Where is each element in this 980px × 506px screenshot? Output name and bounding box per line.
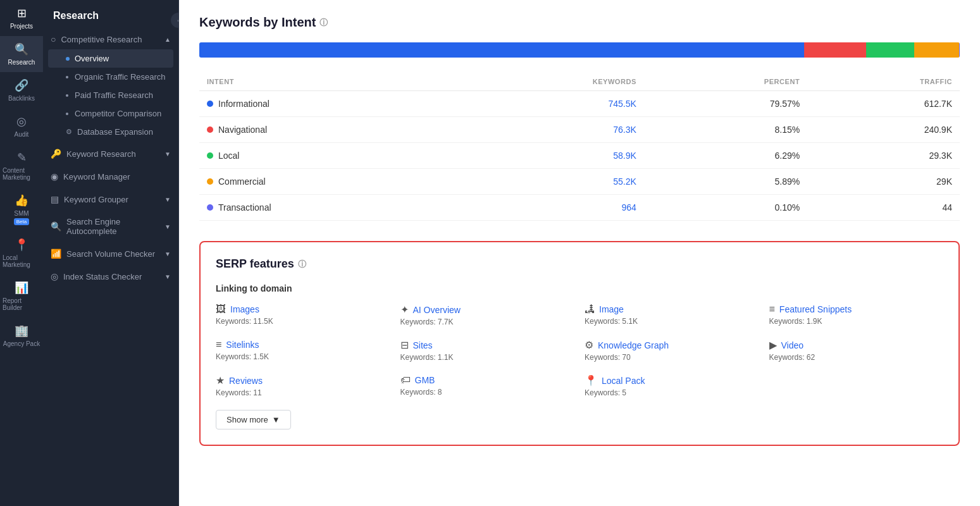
svc-chevron: ▼ [164, 250, 171, 257]
serp-item-keywords-sites: Keywords: 1.1K [400, 353, 575, 362]
backlinks-label: Backlinks [8, 95, 35, 102]
keywords-by-intent-info-icon[interactable]: ⓘ [319, 17, 328, 28]
keywords-cell: 76.3K [454, 117, 643, 143]
serp-item-name-video[interactable]: Video [781, 340, 804, 350]
serp-item-keywords-sitelinks: Keywords: 1.5K [216, 352, 390, 361]
serp-item-sitelinks: ≡ Sitelinks Keywords: 1.5K [216, 339, 390, 362]
sidebar-item-content-marketing[interactable]: ✎ Content Marketing [0, 144, 43, 187]
intent-cell: Informational [199, 91, 454, 117]
nav-item-competitor-comparison[interactable]: Competitor Comparison [43, 104, 178, 123]
sidebar-item-report-builder[interactable]: 📊 Report Builder [0, 275, 43, 318]
database-expansion-label: Database Expansion [77, 127, 153, 137]
serp-item-knowledge-graph: ⚙ Knowledge Graph Keywords: 70 [585, 339, 759, 362]
audit-icon: ◎ [16, 114, 27, 128]
intent-dot [207, 204, 213, 211]
col-intent: INTENT [199, 73, 454, 91]
show-more-label: Show more [226, 415, 268, 424]
keywords-link[interactable]: 964 [621, 202, 636, 213]
sidebar-item-local-marketing[interactable]: 📍 Local Marketing [0, 231, 43, 275]
serp-item-name-sites[interactable]: Sites [413, 340, 433, 350]
research-label: Research [8, 59, 35, 66]
keywords-cell: 55.2K [454, 169, 643, 195]
sidebar-item-agency-pack[interactable]: 🏢 Agency Pack [0, 318, 43, 354]
sitelinks-icon: ≡ [216, 339, 221, 350]
images-icon: 🖼 [216, 304, 226, 315]
nav-item-organic-traffic[interactable]: Organic Traffic Research [43, 68, 178, 86]
sidebar-item-smm[interactable]: 👍 SMM Beta [0, 187, 43, 231]
serp-item-name-gmb[interactable]: GMB [415, 375, 435, 385]
nav-item-database-expansion[interactable]: ⚙ Database Expansion [43, 123, 178, 141]
serp-item-header-image: 🏞 Image [585, 304, 759, 315]
serp-item-header-sites: ⊟ Sites [400, 339, 575, 351]
nav-group-keyword-grouper-header[interactable]: ▤ Keyword Grouper ▼ [43, 189, 178, 209]
serp-item-keywords-image: Keywords: 5.1K [585, 317, 759, 326]
research-icon: 🔍 [15, 42, 28, 56]
serp-features-grid: 🖼 Images Keywords: 11.5K ✦ AI Overview K… [216, 304, 943, 397]
serp-item-name-ai-overview[interactable]: AI Overview [413, 305, 461, 315]
nav-group-isc-header[interactable]: ◎ Index Status Checker ▼ [43, 266, 178, 287]
serp-item-header-featured-snippets: ≡ Featured Snippets [769, 304, 944, 315]
intent-name: Navigational [218, 125, 267, 135]
serp-features-info-icon[interactable]: ⓘ [298, 259, 306, 270]
serp-item-name-featured-snippets[interactable]: Featured Snippets [779, 304, 852, 314]
report-builder-icon: 📊 [15, 281, 28, 295]
serp-item-keywords-featured-snippets: Keywords: 1.9K [769, 317, 944, 326]
intent-cell: Commercial [199, 169, 454, 195]
sidebar-item-projects[interactable]: ⊞ Projects [0, 0, 43, 36]
intent-dot [207, 101, 213, 107]
database-icon: ⚙ [66, 128, 72, 136]
intent-dot [207, 178, 213, 185]
nav-group-svc-header[interactable]: 📶 Search Volume Checker ▼ [43, 244, 178, 264]
keyword-research-icon: 🔑 [51, 149, 61, 159]
keywords-link[interactable]: 55.2K [613, 176, 636, 187]
competitive-research-label: Competitive Research [61, 35, 142, 44]
intent-bar-segment-local [866, 42, 914, 58]
sidebar-item-research[interactable]: 🔍 Research [0, 36, 43, 72]
serp-item-image: 🏞 Image Keywords: 5.1K [585, 304, 759, 326]
show-more-button[interactable]: Show more ▼ [216, 410, 291, 429]
paid-traffic-dot [66, 94, 68, 97]
nav-group-sea-header[interactable]: 🔍 Search Engine Autocomplete ▼ [43, 212, 178, 241]
sea-icon: 🔍 [51, 221, 61, 231]
nav-group-competitive-research-header[interactable]: ○ Competitive Research ▲ [43, 29, 178, 49]
intent-bar-segment-transactional [959, 42, 960, 58]
nav-group-search-volume-checker: 📶 Search Volume Checker ▼ [43, 244, 178, 264]
nav-group-keyword-grouper: ▤ Keyword Grouper ▼ [43, 189, 178, 209]
col-keywords: KEYWORDS [454, 73, 643, 91]
intent-cell: Transactional [199, 195, 454, 221]
serp-item-name-images[interactable]: Images [230, 304, 259, 314]
competitor-comparison-label: Competitor Comparison [75, 109, 161, 118]
table-row: Navigational 76.3K 8.15% 240.9K [199, 117, 960, 143]
sidebar-item-audit[interactable]: ◎ Audit [0, 108, 43, 144]
nav-item-overview[interactable]: Overview [48, 49, 173, 68]
intent-name: Commercial [218, 176, 266, 187]
intent-bar-segment-informational [199, 42, 804, 58]
serp-item-name-sitelinks[interactable]: Sitelinks [226, 340, 259, 350]
serp-item-name-reviews[interactable]: Reviews [229, 376, 263, 386]
keyword-grouper-icon: ▤ [51, 194, 59, 204]
nav-group-keyword-manager-header[interactable]: ◉ Keyword Manager [43, 166, 178, 187]
video-icon: ▶ [769, 339, 777, 351]
keywords-link[interactable]: 745.5K [608, 99, 636, 109]
serp-item-name-local-pack[interactable]: Local Pack [602, 376, 645, 386]
serp-item-name-image[interactable]: Image [599, 304, 624, 314]
keywords-link[interactable]: 76.3K [613, 125, 636, 135]
nav-group-keyword-research-header[interactable]: 🔑 Keyword Research ▼ [43, 144, 178, 164]
serp-features-section: SERP features ⓘ Linking to domain 🖼 Imag… [199, 241, 960, 446]
percent-cell: 79.57% [644, 91, 807, 117]
sidebar-item-backlinks[interactable]: 🔗 Backlinks [0, 72, 43, 108]
content-marketing-icon: ✎ [17, 151, 27, 164]
serp-item-keywords-video: Keywords: 62 [769, 353, 944, 362]
serp-item-featured-snippets: ≡ Featured Snippets Keywords: 1.9K [769, 304, 944, 326]
sea-chevron: ▼ [164, 223, 171, 230]
intent-name: Informational [218, 99, 270, 109]
intent-bar-segment-commercial [914, 42, 959, 58]
content-marketing-label: Content Marketing [3, 167, 40, 181]
organic-traffic-dot [66, 76, 68, 78]
chevron-up-icon: ▲ [164, 36, 171, 43]
keywords-link[interactable]: 58.9K [613, 151, 636, 161]
svc-label: Search Volume Checker [66, 249, 155, 259]
keyword-grouper-chevron: ▼ [164, 196, 171, 203]
nav-item-paid-traffic[interactable]: Paid Traffic Research [43, 86, 178, 104]
serp-item-name-knowledge-graph[interactable]: Knowledge Graph [598, 340, 669, 350]
